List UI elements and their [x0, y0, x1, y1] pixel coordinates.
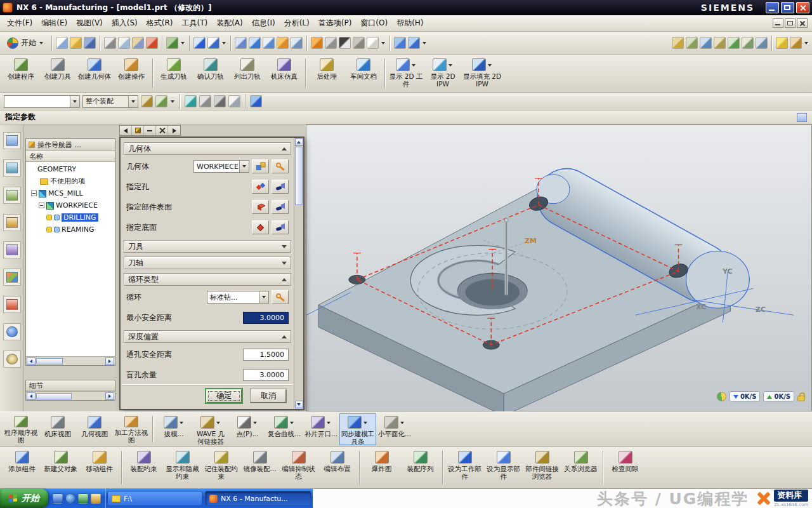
- graphics-viewport[interactable]: ZM YC XC ZC 0K/S 0K/S: [306, 124, 812, 411]
- make-displayed-part-button[interactable]: 设为显示部件: [484, 448, 523, 487]
- dialog-minimize-icon[interactable]: [144, 126, 156, 135]
- menu-help[interactable]: 帮助(H): [392, 16, 428, 30]
- orient-iso-view-icon[interactable]: [408, 37, 420, 49]
- cut-icon[interactable]: [104, 37, 116, 49]
- create-geometry-button[interactable]: 创建几何体: [76, 56, 113, 91]
- show-2d-dropdown-icon[interactable]: [412, 64, 416, 67]
- display-part-surface-flashlight-button[interactable]: [272, 200, 289, 214]
- draft-dropdown-icon[interactable]: [180, 422, 183, 424]
- tree-row-drilling[interactable]: DRILLING: [26, 211, 115, 224]
- list-toolpath-button[interactable]: 列出刀轨: [229, 56, 266, 91]
- shaded-cube-icon[interactable]: [250, 95, 262, 107]
- help-dropdown-icon[interactable]: [222, 42, 226, 44]
- dialog-forward-icon[interactable]: [168, 126, 180, 135]
- edit-arrangements-button[interactable]: 编辑布置: [318, 448, 357, 487]
- geometry-combo[interactable]: WORKPIECE: [193, 160, 249, 173]
- command-finder-icon[interactable]: [193, 37, 206, 49]
- dialog-scrollbar[interactable]: [294, 138, 303, 409]
- snap-dropdown-icon[interactable]: [171, 100, 174, 103]
- show-ipw-dropdown-icon[interactable]: [449, 64, 452, 67]
- postprocess-button[interactable]: 后处理: [308, 56, 345, 91]
- new-icon[interactable]: [56, 37, 68, 49]
- selection-scope-combo[interactable]: 整个装配: [82, 95, 138, 108]
- collapse-expander-icon[interactable]: [39, 203, 44, 208]
- constraint-navigator-icon[interactable]: [3, 159, 21, 177]
- navigator-hscrollbar[interactable]: [26, 356, 115, 365]
- point-dropdown-icon[interactable]: [253, 422, 257, 424]
- display-bottom-flashlight-button[interactable]: [272, 220, 289, 234]
- exploded-views-button[interactable]: 爆炸图: [362, 448, 401, 487]
- scroll-thumb[interactable]: [36, 358, 63, 364]
- undo-dropdown-icon[interactable]: [181, 42, 185, 44]
- combo-dropdown-icon[interactable]: [239, 161, 249, 172]
- pan-icon[interactable]: [291, 37, 303, 49]
- menu-tools[interactable]: 工具(T): [177, 16, 212, 30]
- paste-icon[interactable]: [132, 37, 144, 49]
- assembly-constraints-button[interactable]: 装配约束: [124, 448, 163, 487]
- back-selection-icon[interactable]: [185, 95, 197, 107]
- through-clearance-field[interactable]: 1.5000: [243, 349, 289, 361]
- delete-icon[interactable]: [146, 37, 158, 49]
- tree-row-workpiece[interactable]: WORKPIECE: [26, 199, 115, 211]
- highlight-link-icon[interactable]: [155, 95, 167, 107]
- make-work-part-button[interactable]: 设为工作部件: [445, 448, 484, 487]
- sphere-volume-icon[interactable]: [214, 95, 226, 107]
- save-icon[interactable]: [84, 37, 96, 49]
- show-filled-2d-ipw-button[interactable]: 显示填充 2D IPW: [461, 56, 503, 91]
- quicklaunch-desktop-icon[interactable]: [53, 493, 63, 504]
- create-operation-button[interactable]: 创建操作: [113, 56, 150, 91]
- visibility-glasses-icon[interactable]: [700, 37, 712, 49]
- render-style-icon[interactable]: [353, 37, 365, 49]
- select-part-surface-button[interactable]: [252, 200, 269, 214]
- help-icon[interactable]: [207, 37, 219, 49]
- move-component-button[interactable]: 移动组件: [80, 448, 119, 487]
- ok-button[interactable]: 确定: [206, 389, 242, 403]
- csys-icon[interactable]: [672, 37, 684, 49]
- scroll-down-icon[interactable]: [295, 401, 303, 408]
- cancel-button[interactable]: 取消: [251, 389, 286, 403]
- tree-row-reaming[interactable]: REAMING: [26, 224, 115, 236]
- edit-geometry-wrench-button[interactable]: [272, 159, 289, 173]
- snap-filter-icon[interactable]: [141, 95, 153, 107]
- cycle-combo[interactable]: 标准钻...: [207, 291, 269, 304]
- tree-row-geometry[interactable]: GEOMETRY: [26, 163, 115, 175]
- quicklaunch-ie-icon[interactable]: [65, 493, 75, 504]
- section-tool-header[interactable]: 刀具: [124, 240, 291, 253]
- background-color-icon[interactable]: [367, 37, 379, 49]
- menu-assemblies[interactable]: 装配(A): [212, 16, 247, 30]
- layers-icon[interactable]: [686, 37, 698, 49]
- snap-midpoint-icon[interactable]: [742, 37, 754, 49]
- interpart-link-browser-button[interactable]: 部件间链接浏览器: [523, 448, 561, 487]
- viewport-canvas[interactable]: [306, 125, 811, 411]
- new-parent-button[interactable]: 新建父对象: [41, 448, 80, 487]
- scroll-left-icon[interactable]: [27, 358, 36, 365]
- menu-view[interactable]: 视图(V): [72, 16, 107, 30]
- sketch-dropdown-icon[interactable]: [804, 42, 808, 44]
- point-button[interactable]: 点(P)...: [229, 413, 266, 445]
- remember-constraints-button[interactable]: 记住装配约束: [202, 448, 240, 487]
- section-depth-offset-header[interactable]: 深度偏置: [124, 330, 291, 343]
- scope-dropdown-icon[interactable]: [128, 96, 138, 107]
- dialog-tool-icon[interactable]: [132, 126, 144, 135]
- create-tool-button[interactable]: 创建刀具: [39, 56, 76, 91]
- background-dropdown-icon[interactable]: [381, 42, 385, 44]
- snap-point-icon[interactable]: [728, 37, 740, 49]
- orient-dropdown-icon[interactable]: [422, 42, 426, 44]
- scroll-thumb[interactable]: [295, 147, 303, 205]
- start-button[interactable]: 开始: [0, 489, 48, 508]
- menu-preferences[interactable]: 首选项(P): [314, 16, 357, 30]
- marquee-select-icon[interactable]: [228, 95, 240, 107]
- section-tool-axis-header[interactable]: 刀轴: [124, 257, 291, 269]
- menu-edit[interactable]: 编辑(E): [37, 16, 72, 30]
- restore-button[interactable]: [781, 2, 794, 13]
- menu-insert[interactable]: 插入(S): [107, 16, 142, 30]
- patch-opening-button[interactable]: 补片开口...: [303, 413, 339, 445]
- check-clearance-button[interactable]: 检查间隙: [606, 448, 645, 487]
- wave-dropdown-icon[interactable]: [216, 422, 220, 424]
- relations-browser-button[interactable]: 关系浏览器: [561, 448, 600, 487]
- mdi-minimize-button[interactable]: [773, 18, 783, 28]
- mdi-restore-button[interactable]: [785, 18, 796, 28]
- min-clearance-field[interactable]: 3.0000: [243, 312, 289, 324]
- patch-dropdown-icon[interactable]: [327, 422, 331, 424]
- synchronous-modeling-toolbar-button[interactable]: 同步建模工具条: [339, 413, 376, 445]
